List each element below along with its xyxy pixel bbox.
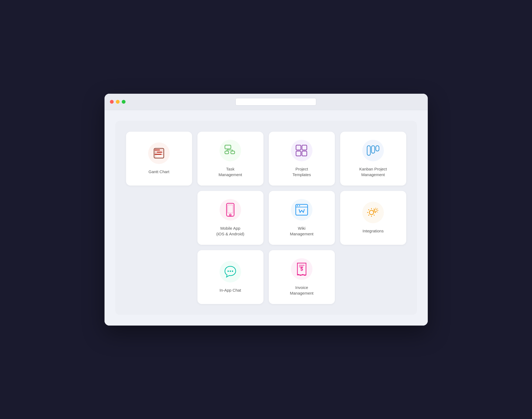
minimize-button[interactable]	[116, 100, 120, 104]
svg-rect-18	[302, 151, 307, 156]
svg-point-34	[232, 271, 233, 272]
browser-window: Gantt Chart	[105, 94, 428, 326]
svg-point-33	[230, 271, 231, 272]
invoice-management-label: InvoiceManagement	[290, 285, 314, 296]
project-templates-label: ProjectTemplates	[293, 166, 311, 177]
traffic-lights	[110, 100, 126, 104]
card-project-templates[interactable]: ProjectTemplates	[269, 132, 335, 186]
svg-rect-8	[225, 145, 231, 149]
svg-rect-21	[376, 146, 379, 151]
wiki-management-icon	[295, 203, 309, 216]
kanban-icon-wrapper	[362, 140, 384, 161]
integrations-label: Integrations	[363, 228, 384, 234]
card-wiki-management[interactable]: WikiManagement	[269, 191, 335, 245]
card-task-management[interactable]: TaskManagement	[197, 132, 263, 186]
card-gantt-chart[interactable]: Gantt Chart	[126, 132, 192, 186]
kanban-label: Kanban ProjectManagement	[359, 166, 387, 177]
close-button[interactable]	[110, 100, 114, 104]
card-kanban[interactable]: Kanban ProjectManagement	[340, 132, 406, 186]
gantt-chart-label: Gantt Chart	[148, 169, 169, 174]
svg-point-32	[228, 271, 229, 272]
kanban-icon	[366, 144, 380, 157]
in-app-chat-icon-wrapper	[220, 261, 241, 282]
maximize-button[interactable]	[122, 100, 126, 104]
card-mobile-app[interactable]: Mobile App(iOS & Android)	[197, 191, 263, 245]
task-management-icon	[223, 144, 237, 157]
task-management-icon-wrapper	[220, 140, 241, 161]
wiki-management-icon-wrapper	[291, 199, 312, 221]
card-in-app-chat[interactable]: In-App Chat	[197, 250, 263, 304]
project-templates-icon	[295, 144, 308, 157]
svg-rect-20	[371, 146, 375, 153]
svg-point-23	[230, 214, 231, 216]
card-integrations[interactable]: Integrations	[340, 191, 406, 245]
integrations-icon-wrapper	[362, 202, 384, 223]
card-empty	[126, 191, 192, 245]
svg-rect-1	[155, 149, 160, 151]
mobile-app-icon	[225, 203, 236, 217]
inner-container: Gantt Chart	[115, 121, 417, 315]
svg-point-28	[297, 205, 298, 206]
svg-rect-24	[228, 205, 233, 213]
svg-rect-3	[157, 152, 162, 153]
mobile-app-icon-wrapper	[220, 199, 241, 221]
wiki-management-label: WikiManagement	[290, 225, 314, 237]
integrations-icon	[366, 205, 380, 219]
svg-rect-17	[296, 151, 301, 156]
svg-rect-19	[367, 146, 370, 155]
svg-point-30	[369, 210, 374, 215]
svg-point-29	[299, 205, 300, 206]
svg-rect-10	[231, 151, 235, 154]
project-templates-icon-wrapper	[291, 140, 312, 161]
url-bar[interactable]	[235, 98, 316, 106]
browser-titlebar	[105, 94, 428, 110]
app-grid: Gantt Chart	[126, 132, 406, 304]
mobile-app-label: Mobile App(iOS & Android)	[216, 225, 244, 237]
svg-rect-16	[302, 145, 307, 150]
card-invoice-management[interactable]: $ InvoiceManagement	[269, 250, 335, 304]
in-app-chat-icon	[223, 265, 237, 279]
invoice-management-icon: $	[296, 262, 308, 276]
svg-rect-9	[225, 151, 229, 154]
gantt-chart-icon	[152, 147, 165, 160]
task-management-label: TaskManagement	[218, 166, 242, 177]
in-app-chat-label: In-App Chat	[220, 287, 241, 293]
gantt-chart-icon-wrapper	[148, 142, 170, 164]
card-empty-2	[126, 250, 192, 304]
browser-content: Gantt Chart	[105, 110, 428, 326]
svg-rect-15	[296, 145, 301, 150]
invoice-management-icon-wrapper: $	[291, 258, 312, 280]
